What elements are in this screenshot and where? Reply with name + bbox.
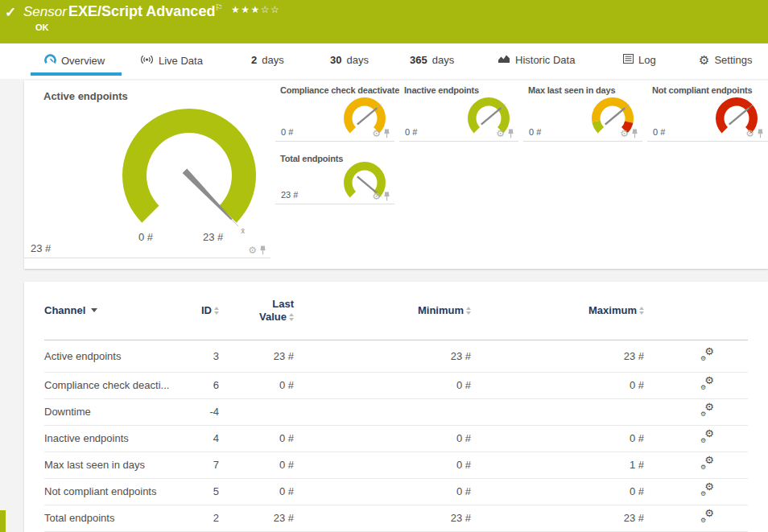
- edit-channel-gears-icon[interactable]: ⚙⚙: [700, 377, 714, 390]
- column-header-maximum[interactable]: Maximum: [471, 282, 644, 340]
- gauge-panel-inactive-endpoints: Inactive endpoints 0 # ⚙: [399, 80, 518, 142]
- gauge-settings-gear-icon[interactable]: ⚙: [372, 192, 381, 201]
- stars-empty[interactable]: ☆☆: [261, 4, 281, 15]
- edit-channel-gears-icon[interactable]: ⚙⚙: [700, 431, 714, 443]
- gauge-settings-gear-icon[interactable]: ⚙: [372, 129, 381, 138]
- column-header-channel[interactable]: Channel: [44, 282, 191, 340]
- gauge-settings-gear-icon[interactable]: ⚙: [745, 129, 754, 138]
- minimum-cell: 0 #: [294, 452, 471, 478]
- sensor-name: EXE/Script Advanced: [68, 3, 215, 20]
- edit-channel-gears-icon[interactable]: ⚙⚙: [700, 457, 714, 470]
- tab-overview-label: Overview: [61, 55, 105, 67]
- minimum-cell: 0 #: [294, 425, 471, 452]
- svg-text:x̄: x̄: [241, 227, 245, 235]
- column-header-last-value[interactable]: LastValue: [219, 282, 294, 340]
- tab-bar: Overview Live Data 2 days 30 days 365 da…: [0, 43, 768, 79]
- channel-name-cell: Max last seen in days: [44, 452, 191, 478]
- sort-icon: [639, 307, 644, 315]
- channel-name-cell: Active endpoints: [44, 340, 191, 372]
- tab-live-data[interactable]: Live Data: [140, 54, 203, 68]
- channel-id-cell: 6: [191, 372, 219, 398]
- gauge-min-label: 0 #: [138, 231, 153, 243]
- area-chart-icon: [498, 54, 510, 66]
- gauge-value: 0 #: [653, 127, 665, 137]
- table-row: Downtime -4 ⚙⚙: [44, 398, 748, 425]
- tab-365-days-number: 365: [410, 54, 427, 66]
- column-header-channel-label: Channel: [44, 304, 85, 316]
- channel-name-cell: Not compliant endpoints: [44, 478, 191, 505]
- column-header-minimum[interactable]: Minimum: [294, 282, 471, 340]
- tab-overview[interactable]: Overview: [44, 54, 105, 67]
- gauge-value: 23 #: [281, 190, 298, 200]
- log-list-icon: [623, 54, 634, 66]
- gauges-panel: Active endpoints x̄ 0 # 23 # 23 # ⚙ Comp…: [24, 80, 768, 269]
- column-header-minimum-label: Minimum: [418, 304, 464, 316]
- last-value-cell: 23 #: [219, 505, 294, 531]
- maximum-cell: 0 #: [471, 425, 644, 452]
- tab-live-data-label: Live Data: [159, 55, 203, 67]
- edit-channel-gears-icon[interactable]: ⚙⚙: [700, 404, 714, 417]
- sort-icon: [466, 307, 471, 315]
- gauge-pin-icon[interactable]: [259, 245, 266, 255]
- last-value-cell: 0 #: [219, 372, 294, 398]
- edit-channel-gears-icon[interactable]: ⚙⚙: [700, 510, 714, 523]
- gauge-settings-gear-icon[interactable]: ⚙: [496, 129, 505, 138]
- tab-settings[interactable]: ⚙ Settings: [699, 54, 752, 66]
- gauge-pin-icon[interactable]: [631, 129, 638, 138]
- gauge-icon: [44, 54, 56, 67]
- gauge-value: 0 #: [405, 127, 417, 137]
- edit-channel-gears-icon[interactable]: ⚙⚙: [700, 348, 714, 361]
- maximum-cell: 23 #: [471, 340, 644, 372]
- gauge-pin-icon[interactable]: [757, 129, 764, 138]
- maximum-cell: 1 #: [471, 452, 644, 478]
- gauge-title: Compliance check deactivated: [275, 80, 394, 95]
- minimum-cell: 23 #: [294, 340, 471, 372]
- gauge-pin-icon[interactable]: [507, 129, 514, 138]
- last-value-cell: 0 #: [219, 452, 294, 478]
- gauge-panel-not-compliant: Not compliant endpoints 0 # ⚙: [647, 80, 768, 142]
- last-value-cell: 23 #: [219, 340, 294, 372]
- table-row: Active endpoints 3 23 # 23 # 23 # ⚙⚙: [44, 340, 748, 372]
- tab-log-label: Log: [638, 54, 656, 66]
- gear-icon: ⚙: [699, 54, 709, 66]
- object-kind-label: Sensor: [23, 4, 67, 20]
- last-value-cell: [219, 398, 294, 425]
- active-endpoints-gauge: x̄: [105, 101, 274, 259]
- tab-2-days-number: 2: [251, 54, 257, 66]
- footer-accent-strip: [0, 510, 6, 532]
- tab-365-days[interactable]: 365 days: [410, 54, 454, 66]
- table-header-row: Channel ID LastValue Minimum Maximum: [44, 282, 748, 340]
- gauge-value: 0 #: [281, 127, 293, 137]
- sort-desc-caret-icon: [91, 308, 97, 312]
- column-header-value-label: Value: [259, 311, 287, 324]
- tab-historic-data[interactable]: Historic Data: [498, 54, 575, 66]
- table-row: Not compliant endpoints 5 0 # 0 # 0 # ⚙⚙: [44, 478, 748, 505]
- gauge-panel-compliance-check: Compliance check deactivated 0 # ⚙: [275, 80, 394, 142]
- tab-2-days[interactable]: 2 days: [251, 54, 284, 66]
- channel-table-panel: Channel ID LastValue Minimum Maximum Act…: [24, 282, 768, 532]
- gauge-settings-gear-icon[interactable]: ⚙: [248, 245, 257, 255]
- gauge-max-label: 23 #: [203, 231, 223, 243]
- stars-filled[interactable]: ★★★: [231, 4, 261, 15]
- edit-channel-gears-icon[interactable]: ⚙⚙: [700, 484, 714, 497]
- tab-settings-label: Settings: [714, 54, 752, 66]
- gauge-title: Active endpoints: [24, 80, 270, 102]
- channel-id-cell: 3: [191, 340, 219, 372]
- sort-icon: [289, 313, 294, 321]
- channel-name-cell: Downtime: [44, 398, 191, 425]
- gauge-panel-max-last-seen: Max last seen in days 0 # ⚙: [523, 80, 642, 142]
- active-tab-underline: [31, 72, 122, 76]
- tab-30-days[interactable]: 30 days: [330, 54, 369, 66]
- column-header-id[interactable]: ID: [191, 282, 219, 340]
- last-value-cell: 0 #: [219, 478, 294, 505]
- maximum-cell: 23 #: [471, 505, 644, 531]
- sort-icon: [214, 307, 219, 315]
- table-row: Compliance check deacti... 6 0 # 0 # 0 #…: [44, 372, 748, 398]
- minimum-cell: 0 #: [294, 478, 471, 505]
- gauge-pin-icon[interactable]: [383, 129, 390, 138]
- gauge-pin-icon[interactable]: [383, 192, 390, 201]
- tab-log[interactable]: Log: [623, 54, 656, 66]
- column-header-maximum-label: Maximum: [588, 304, 637, 316]
- gauge-settings-gear-icon[interactable]: ⚙: [620, 129, 629, 138]
- priority-stars[interactable]: ★★★☆☆: [231, 4, 280, 15]
